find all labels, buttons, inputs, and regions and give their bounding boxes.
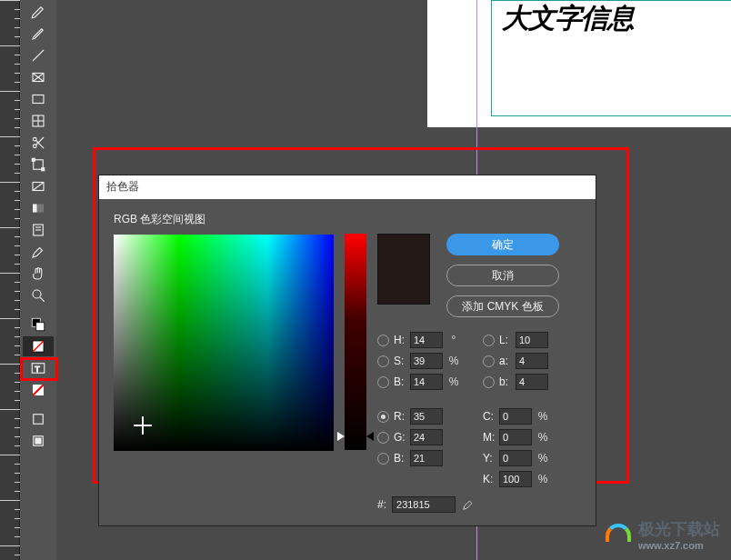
svg-rect-34 <box>35 438 41 444</box>
label-s: S: <box>394 355 410 367</box>
hex-input[interactable] <box>392 496 456 513</box>
unit-m: % <box>536 431 550 444</box>
watermark-logo-icon <box>606 524 633 545</box>
radio-b-lab[interactable] <box>483 376 495 388</box>
rectangle-frame-tool-icon[interactable] <box>23 67 54 87</box>
svg-rect-4 <box>33 95 44 104</box>
input-c[interactable] <box>499 408 532 425</box>
input-bv[interactable] <box>410 374 443 390</box>
eyedropper-icon[interactable] <box>461 497 476 512</box>
grid-tool-icon[interactable] <box>23 111 54 131</box>
hue-slider[interactable] <box>345 234 366 450</box>
document-text: 大文字信息 <box>502 0 634 37</box>
color-picker-dialog: 拾色器 RGB 色彩空间视图 确定 取消 添加 CMYK 色板 H <box>98 175 596 526</box>
radio-s[interactable] <box>377 355 389 367</box>
pen-tool-icon[interactable] <box>23 2 54 22</box>
svg-point-22 <box>33 290 41 298</box>
label-g: G: <box>394 431 410 444</box>
unit-s: % <box>446 355 461 367</box>
color-preview-swatch <box>377 234 430 305</box>
input-g[interactable] <box>410 429 443 445</box>
hand-tool-icon[interactable] <box>23 264 54 284</box>
label-c: C: <box>483 410 499 423</box>
watermark-url: www.xz7.com <box>638 540 720 551</box>
label-b-rgb: B: <box>394 452 410 465</box>
color-space-label: RGB 色彩空间视图 <box>114 212 334 227</box>
svg-line-0 <box>33 50 44 61</box>
input-s[interactable] <box>410 353 443 369</box>
apply-none-icon[interactable] <box>23 380 54 400</box>
hex-label: #: <box>377 498 386 511</box>
zoom-tool-icon[interactable] <box>23 285 54 305</box>
svg-rect-32 <box>34 415 44 425</box>
ok-button[interactable]: 确定 <box>446 234 559 255</box>
svg-line-11 <box>36 137 44 145</box>
label-m: M: <box>483 431 499 444</box>
label-h: H: <box>394 334 410 346</box>
svg-rect-13 <box>32 158 35 161</box>
color-field-cursor-icon <box>134 416 152 435</box>
svg-line-23 <box>40 297 45 302</box>
add-swatch-button[interactable]: 添加 CMYK 色板 <box>446 295 559 317</box>
rectangle-tool-icon[interactable] <box>23 89 54 109</box>
gradient-swatch-tool-icon[interactable] <box>23 176 54 196</box>
fill-stroke-default-icon[interactable] <box>23 336 54 356</box>
svg-line-16 <box>33 183 44 191</box>
unit-k: % <box>536 473 550 485</box>
note-tool-icon[interactable] <box>23 220 54 240</box>
input-m[interactable] <box>499 429 532 445</box>
radio-h[interactable] <box>377 335 389 346</box>
view-mode-preview-icon[interactable] <box>23 431 54 451</box>
radio-g[interactable] <box>377 432 389 444</box>
scissors-tool-icon[interactable] <box>23 133 54 153</box>
svg-point-8 <box>33 137 36 141</box>
svg-rect-18 <box>33 205 37 213</box>
unit-y: % <box>536 452 550 465</box>
unit-c: % <box>536 410 550 423</box>
input-h[interactable] <box>410 332 443 348</box>
svg-line-10 <box>36 141 44 148</box>
label-bv: B: <box>394 375 410 388</box>
highlight-box-tool <box>20 357 58 381</box>
input-y[interactable] <box>499 450 532 466</box>
radio-r[interactable] <box>377 411 389 423</box>
hue-slider-handle-left-icon <box>337 432 345 441</box>
cancel-button[interactable]: 取消 <box>446 265 559 286</box>
eyedropper-tool-icon[interactable] <box>23 242 54 262</box>
pencil-tool-icon[interactable] <box>23 24 54 44</box>
fill-stroke-swap-icon[interactable] <box>23 315 54 335</box>
radio-a[interactable] <box>483 355 495 367</box>
radio-l[interactable] <box>483 335 495 346</box>
color-field[interactable] <box>114 235 334 451</box>
tool-palette: T <box>20 0 56 560</box>
label-y: Y: <box>483 452 499 465</box>
radio-bv[interactable] <box>377 376 389 388</box>
hue-slider-handle-right-icon <box>366 432 374 441</box>
unit-bv: % <box>446 375 461 388</box>
vertical-ruler <box>0 0 20 560</box>
input-b-rgb[interactable] <box>410 450 443 466</box>
input-a[interactable] <box>516 353 548 369</box>
watermark: 极光下载站 www.xz7.com <box>606 518 720 551</box>
input-r[interactable] <box>410 408 443 425</box>
input-b-lab[interactable] <box>516 374 548 390</box>
label-a: a: <box>499 355 516 367</box>
input-l[interactable] <box>516 332 548 348</box>
radio-b-rgb[interactable] <box>377 453 389 465</box>
label-r: R: <box>394 410 410 423</box>
label-b-lab: b: <box>499 375 516 388</box>
svg-rect-25 <box>36 323 45 331</box>
free-transform-tool-icon[interactable] <box>23 155 54 175</box>
label-l: L: <box>499 334 516 346</box>
watermark-brand: 极光下载站 <box>638 520 720 538</box>
view-mode-normal-icon[interactable] <box>23 409 54 429</box>
line-tool-icon[interactable] <box>23 45 54 65</box>
svg-point-9 <box>33 145 36 148</box>
dialog-title[interactable]: 拾色器 <box>99 175 596 199</box>
input-k[interactable] <box>499 471 532 487</box>
document-canvas[interactable]: 大文字信息 <box>427 0 731 127</box>
unit-h: ° <box>446 334 461 346</box>
label-k: K: <box>483 473 499 485</box>
gradient-feather-tool-icon[interactable] <box>23 198 54 218</box>
svg-rect-14 <box>42 168 45 171</box>
